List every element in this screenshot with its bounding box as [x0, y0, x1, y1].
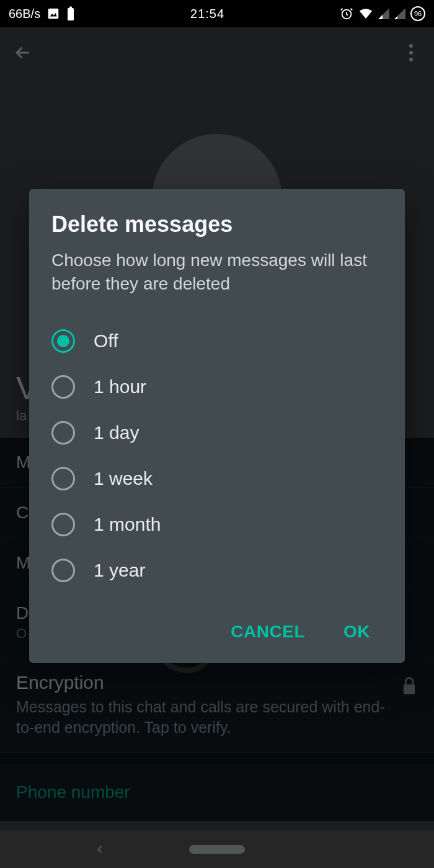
- svg-rect-0: [48, 9, 59, 19]
- option-1-hour[interactable]: 1 hour: [51, 364, 383, 410]
- svg-text:96: 96: [414, 10, 422, 17]
- alarm-icon: [340, 7, 353, 20]
- option-label: Off: [94, 330, 118, 352]
- option-label: 1 week: [94, 468, 153, 489]
- option-label: 1 hour: [94, 376, 146, 397]
- svg-marker-6: [378, 15, 383, 19]
- battery-icon: [66, 6, 75, 21]
- svg-rect-3: [69, 7, 72, 9]
- cancel-button[interactable]: CANCEL: [227, 616, 309, 648]
- svg-marker-8: [394, 16, 397, 19]
- clock: 21:54: [75, 7, 340, 21]
- radio-selected-icon: [51, 329, 75, 353]
- ok-button[interactable]: OK: [340, 616, 374, 648]
- dialog-options: Off 1 hour 1 day 1 week 1 month 1 year: [51, 318, 383, 593]
- dialog-title: Delete messages: [51, 211, 383, 237]
- radio-icon: [51, 375, 75, 399]
- status-bar: 66B/s 21:54 96: [0, 0, 434, 27]
- data-badge-icon: 96: [410, 6, 425, 21]
- option-1-day[interactable]: 1 day: [51, 410, 383, 456]
- image-icon: [46, 7, 60, 20]
- option-label: 1 year: [94, 560, 145, 581]
- option-label: 1 month: [94, 514, 161, 535]
- svg-rect-2: [68, 8, 74, 20]
- wifi-icon: [358, 7, 373, 20]
- dialog-description: Choose how long new messages will last b…: [51, 249, 383, 296]
- option-label: 1 day: [94, 422, 139, 443]
- radio-icon: [51, 513, 75, 536]
- delete-messages-dialog: Delete messages Choose how long new mess…: [29, 189, 405, 663]
- network-speed: 66B/s: [9, 7, 40, 21]
- option-1-week[interactable]: 1 week: [51, 456, 383, 502]
- radio-icon: [51, 421, 75, 445]
- signal-2-icon: [394, 8, 405, 19]
- radio-icon: [51, 467, 75, 490]
- signal-1-icon: [378, 8, 389, 19]
- option-1-month[interactable]: 1 month: [51, 502, 383, 547]
- option-off[interactable]: Off: [51, 318, 383, 364]
- radio-icon: [51, 559, 75, 582]
- option-1-year[interactable]: 1 year: [51, 547, 383, 593]
